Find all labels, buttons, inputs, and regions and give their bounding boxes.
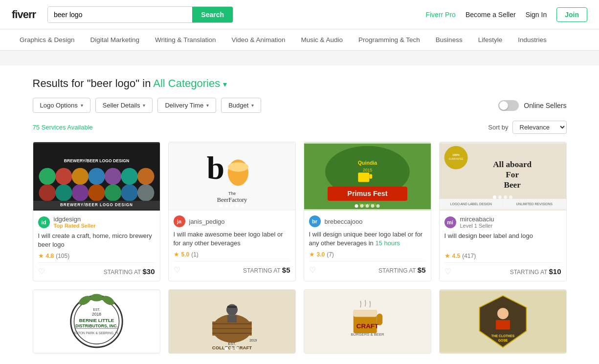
card-4-seller-level: Level 1 Seller	[460, 223, 494, 229]
fiverr-pro-link[interactable]: Fiverr Pro	[425, 11, 455, 19]
card-1-image[interactable]: BREWERY/BEER LOGO DESIGN	[33, 142, 160, 211]
svg-point-5	[88, 168, 105, 185]
card-6-image[interactable]: EST. 2019 COLLEGE CRAFT	[169, 290, 295, 353]
card-4-star-icon: ★	[444, 252, 450, 259]
svg-rect-28	[358, 172, 369, 182]
nav-industries[interactable]: Industries	[510, 29, 555, 51]
svg-text:Beer: Beer	[504, 180, 521, 190]
header: fiverr Search Fiverr Pro Become a Seller…	[0, 0, 599, 29]
logo-text: fiverr	[12, 8, 36, 21]
card-4-footer: ♡ STARTING AT $10	[444, 262, 561, 276]
card-4-title[interactable]: I will design beer label and logo	[444, 232, 561, 249]
svg-text:Quindia: Quindia	[357, 160, 377, 166]
card-4-favorite-button[interactable]: ♡	[444, 267, 451, 276]
svg-text:LOGO AND LABEL DESIGN: LOGO AND LABEL DESIGN	[450, 202, 491, 206]
card-2-favorite-button[interactable]: ♡	[174, 265, 180, 275]
seller-details-arrow-icon: ▾	[143, 103, 145, 108]
card-2-dot-2	[225, 204, 228, 208]
svg-point-12	[88, 184, 105, 201]
card-4-avatar: mi	[444, 216, 456, 228]
search-button[interactable]: Search	[192, 7, 233, 22]
card-1-seller-name[interactable]: idgdesign	[54, 215, 96, 223]
card-7-image[interactable]: CRAFT BURGERS & BEER	[304, 290, 431, 353]
card-2-image[interactable]: b The BeerFactory	[169, 142, 295, 211]
card-1-rating-count: (105)	[56, 253, 69, 259]
svg-rect-64	[227, 306, 236, 308]
card-2-seller-info: janis_pedigo	[189, 218, 225, 225]
svg-text:2015: 2015	[362, 168, 372, 172]
card-3-seller-name[interactable]: brebeccajooo	[325, 218, 363, 225]
card-1-star-icon: ★	[38, 252, 44, 259]
card-3-title[interactable]: I will design unique beer logo label or …	[309, 230, 426, 248]
budget-filter[interactable]: Budget ▾	[221, 98, 261, 113]
svg-text:BURGERS & BEER: BURGERS & BEER	[351, 332, 384, 337]
card-4-dots	[493, 195, 512, 199]
card-1-seller-badge: Top Rated Seller	[54, 223, 96, 229]
card-4-image[interactable]: 100% GUARANTEE All aboard For Beer LOGO …	[440, 142, 566, 211]
logo-options-filter[interactable]: Logo Options ▾	[33, 98, 90, 113]
svg-point-21	[227, 162, 248, 171]
sort-select[interactable]: Relevance Best Selling Newest	[512, 121, 567, 134]
card-4-rating: ★ 4.5 (417)	[444, 252, 561, 259]
budget-label: Budget	[228, 102, 248, 109]
become-seller-link[interactable]: Become a Seller	[466, 11, 516, 19]
card-3-seller: br brebeccajooo	[309, 215, 426, 227]
card-2-title[interactable]: I will make awesome beer logo label or f…	[174, 230, 290, 248]
seller-details-filter[interactable]: Seller Details ▾	[95, 98, 153, 113]
nav-programming-tech[interactable]: Programming & Tech	[351, 29, 428, 51]
search-input[interactable]	[48, 7, 192, 22]
card-3-price-value: $5	[418, 266, 426, 274]
card-4-seller-name[interactable]: mirceabaciu	[460, 215, 494, 223]
hero-band	[0, 51, 599, 65]
svg-text:UNLIMITED REVISIONS: UNLIMITED REVISIONS	[516, 202, 553, 206]
card-3-body: br brebeccajooo I will design unique bee…	[304, 211, 431, 279]
category-chevron-icon[interactable]: ▾	[223, 80, 227, 88]
card-2-price-value: $5	[282, 266, 290, 274]
svg-text:BERNIE LITTLE: BERNIE LITTLE	[79, 318, 114, 323]
nav-digital-marketing[interactable]: Digital Marketing	[83, 29, 148, 51]
card-4-seller-info: mirceabaciu Level 1 Seller	[460, 215, 494, 229]
budget-arrow-icon: ▾	[251, 103, 254, 108]
online-sellers-toggle[interactable]	[498, 100, 519, 111]
nav-writing-translation[interactable]: Writing & Translation	[147, 29, 223, 51]
nav-graphics-design[interactable]: Graphics & Design	[12, 29, 83, 51]
card-3-highlight: 15 hours	[375, 239, 400, 247]
delivery-time-filter[interactable]: Delivery Time ▾	[157, 98, 216, 113]
card-3-image[interactable]: Quindia 2015 Primus Fest TINVITED	[304, 142, 431, 211]
card-4-dot-4	[509, 195, 512, 199]
card-3-favorite-button[interactable]: ♡	[309, 265, 316, 275]
nav-music-audio[interactable]: Music & Audio	[293, 29, 351, 51]
nav-lifestyle[interactable]: Lifestyle	[470, 29, 510, 51]
card-2-rating-value: 5.0	[181, 251, 190, 258]
card-1-rating: ★ 4.8 (105)	[38, 252, 155, 259]
card-8-image[interactable]: THE CLOTHES GOSE	[440, 290, 566, 353]
card-3-starting-at: STARTING AT	[378, 267, 418, 274]
card-2-dots	[220, 204, 244, 208]
card-1-favorite-button[interactable]: ♡	[38, 267, 45, 276]
nav-business[interactable]: Business	[428, 29, 470, 51]
svg-rect-63	[227, 316, 236, 322]
card-4-rating-count: (417)	[462, 253, 476, 259]
cards-grid: BREWERY/BEER LOGO DESIGN	[33, 142, 567, 281]
card-2-seller-name[interactable]: janis_pedigo	[189, 218, 225, 225]
all-categories-link[interactable]: All Categories	[153, 77, 220, 89]
svg-text:CRAFT: CRAFT	[356, 323, 378, 330]
card-3-dots	[355, 204, 380, 208]
card-2-dot-4	[236, 204, 239, 208]
card-3-seller-info: brebeccajooo	[325, 218, 363, 225]
delivery-time-arrow-icon: ▾	[206, 103, 209, 108]
nav-video-animation[interactable]: Video & Animation	[223, 29, 293, 51]
svg-point-13	[104, 184, 121, 201]
card-6-dot-2	[230, 347, 234, 350]
svg-point-8	[137, 168, 154, 185]
join-button[interactable]: Join	[556, 7, 587, 22]
card-4: 100% GUARANTEE All aboard For Beer LOGO …	[439, 142, 567, 281]
svg-text:BREWERY/BEER LOGO DESIGN: BREWERY/BEER LOGO DESIGN	[60, 203, 133, 207]
card-1-title[interactable]: I will create a craft, home, micro brewe…	[38, 232, 155, 249]
card-4-body: mi mirceabaciu Level 1 Seller I will des…	[440, 211, 566, 281]
logo[interactable]: fiverr	[12, 8, 36, 21]
sign-in-link[interactable]: Sign In	[526, 11, 547, 19]
card-1-rating-value: 4.8	[46, 253, 54, 259]
card-5-image[interactable]: EST. 2018 BERNIE LITTLE DISTRIBUTORS, IN…	[33, 290, 160, 353]
svg-text:EST.: EST.	[93, 308, 100, 311]
